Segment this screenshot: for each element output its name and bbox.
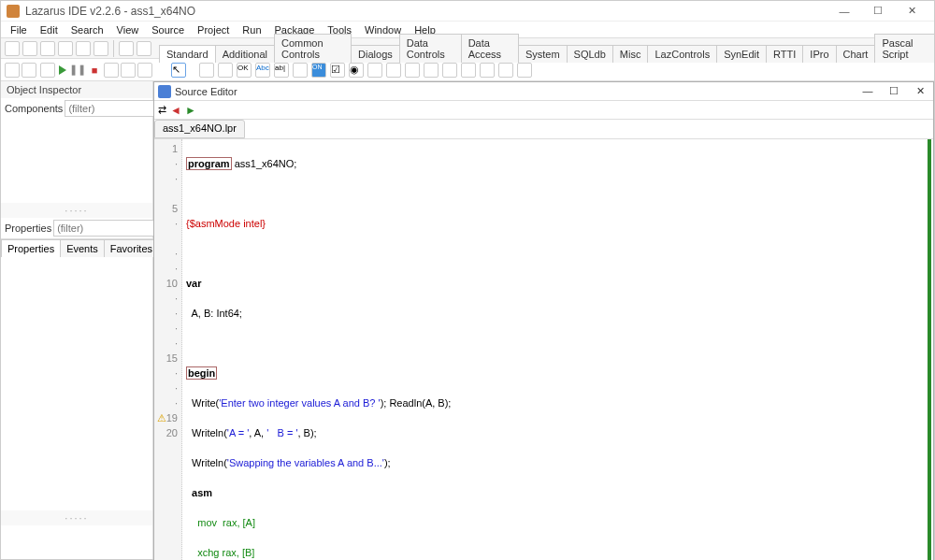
edit-component[interactable]: ab| [274, 63, 289, 78]
toolbar-separator [113, 40, 114, 57]
build-modes-button[interactable] [40, 63, 55, 78]
step-into-button[interactable] [121, 63, 136, 78]
nav-back-button[interactable]: ◄ [170, 104, 181, 117]
source-editor-maximize-button[interactable]: ☐ [881, 85, 907, 97]
oi-splitter-1[interactable]: ····· [1, 203, 152, 218]
new-unit-button[interactable] [5, 41, 20, 56]
menu-view[interactable]: View [111, 23, 145, 36]
source-tab-file[interactable]: ass1_x64NO.lpr [154, 120, 245, 138]
editor-gutter[interactable]: 1 · · 5 · · · 10 · · · · 15 [154, 139, 182, 560]
code-editor[interactable]: 1 · · 5 · · · 10 · · · · 15 [154, 138, 933, 560]
maximize-button[interactable]: ☐ [861, 1, 895, 22]
source-editor-title: Source Editor [175, 86, 855, 97]
toolbar-row-1: Standard Additional Common Controls Dial… [1, 38, 934, 59]
object-inspector-pane: Object Inspector Components × ····· Prop… [1, 81, 153, 559]
source-editor-nav: ⇄ ◄ ► [154, 101, 933, 120]
stop-button[interactable]: ■ [87, 63, 102, 78]
oi-tabs: Properties Events Favorites Re [1, 238, 152, 257]
step-out-button[interactable] [137, 63, 152, 78]
radiogroup-component[interactable] [442, 63, 457, 78]
oi-tab-favorites[interactable]: Favorites [104, 239, 159, 257]
listbox-component[interactable] [367, 63, 382, 78]
manage-desktops-button[interactable] [137, 41, 151, 56]
lazarus-main-window: Lazarus IDE v2.2.6 - ass1_x64NO — ☐ ✕ Fi… [0, 0, 935, 560]
radiobutton-component[interactable]: ◉ [349, 63, 364, 78]
right-column: Source Editor — ☐ ✕ ⇄ ◄ ► ass1_x64NO.lpr [153, 81, 934, 559]
oi-tab-properties[interactable]: Properties [1, 239, 61, 257]
code-area[interactable]: program ass1_x64NO; {$asmMode intel} var… [182, 139, 933, 560]
oi-tab-events[interactable]: Events [60, 239, 105, 257]
open-button[interactable] [40, 41, 55, 56]
memo-component[interactable] [293, 63, 308, 78]
components-filter-row: Components × [1, 98, 152, 119]
actionlist-component[interactable] [517, 63, 532, 78]
mainmenu-component[interactable] [199, 63, 214, 78]
save-button[interactable] [76, 41, 91, 56]
components-tree[interactable] [1, 119, 152, 203]
oi-info-panel [1, 525, 152, 559]
properties-grid[interactable] [1, 257, 152, 510]
togglebox-component[interactable]: ON [311, 63, 326, 78]
source-editor-close-button[interactable]: ✕ [907, 85, 933, 97]
pause-button[interactable]: ❚❚ [70, 63, 85, 78]
frame-component[interactable] [498, 63, 513, 78]
selection-tool-button[interactable]: ↖ [171, 63, 186, 78]
save-all-button[interactable] [94, 41, 108, 56]
source-editor-titlebar[interactable]: Source Editor — ☐ ✕ [154, 82, 933, 101]
source-editor-minimize-button[interactable]: — [855, 85, 881, 97]
properties-filter-row: Properties × [1, 218, 152, 238]
source-editor-window: Source Editor — ☐ ✕ ⇄ ◄ ► ass1_x64NO.lpr [153, 81, 934, 560]
view-units-button[interactable] [5, 63, 20, 78]
label-component[interactable]: Abc [255, 63, 270, 78]
window-title: Lazarus IDE v2.2.6 - ass1_x64NO [25, 5, 827, 18]
source-editor-tabs: ass1_x64NO.lpr [154, 120, 933, 138]
source-editor-icon [158, 85, 171, 98]
menu-file[interactable]: File [5, 23, 33, 36]
close-button[interactable]: ✕ [895, 1, 928, 22]
warning-gutter-icon[interactable]: ⚠ [157, 412, 166, 424]
open-dropdown-button[interactable] [58, 41, 73, 56]
combobox-component[interactable] [386, 63, 401, 78]
main-area: Object Inspector Components × ····· Prop… [1, 81, 934, 559]
step-over-button[interactable] [104, 63, 119, 78]
nav-forward-button[interactable]: ► [185, 104, 196, 117]
toggle-form-button[interactable] [119, 41, 134, 56]
properties-label: Properties [5, 223, 51, 234]
menu-search[interactable]: Search [65, 23, 109, 36]
panel-component[interactable] [480, 63, 495, 78]
components-label: Components [5, 103, 63, 114]
scrollbar-component[interactable] [405, 63, 420, 78]
jump-points-icon[interactable]: ⇄ [158, 104, 166, 116]
run-button[interactable] [59, 65, 66, 75]
new-form-button[interactable] [22, 41, 37, 56]
main-titlebar[interactable]: Lazarus IDE v2.2.6 - ass1_x64NO — ☐ ✕ [1, 1, 934, 22]
checkgroup-component[interactable] [461, 63, 476, 78]
toolbar-row-2: ❚❚ ■ ↖ OK Abc ab| ON ☑ ◉ [1, 59, 934, 81]
oi-splitter-2[interactable]: ····· [1, 510, 152, 525]
app-icon [7, 5, 20, 18]
minimize-button[interactable]: — [827, 1, 861, 22]
checkbox-component[interactable]: ☑ [330, 63, 345, 78]
menu-edit[interactable]: Edit [35, 23, 64, 36]
groupbox-component[interactable] [424, 63, 439, 78]
view-forms-button[interactable] [22, 63, 36, 78]
button-component[interactable]: OK [237, 63, 252, 78]
popupmenu-component[interactable] [218, 63, 233, 78]
editor-overview-ruler[interactable] [928, 139, 931, 560]
object-inspector-title: Object Inspector [1, 81, 152, 98]
